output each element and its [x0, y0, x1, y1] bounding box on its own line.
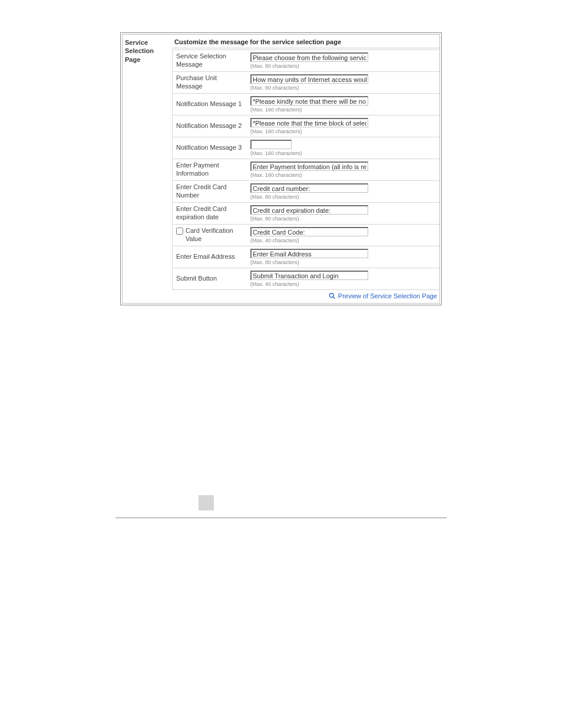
panel-outer: Service Selection Page Customize the mes… [120, 32, 442, 305]
section-title: Service Selection Page [123, 35, 172, 303]
row-enter-payment-info: Enter Payment Information (Max. 160 char… [173, 159, 439, 181]
preview-link-text: Preview of Service Selection Page [338, 292, 437, 299]
label-service-selection-message: Service Selection Message [173, 50, 247, 71]
hint-notification-message-2: (Max. 160 characters) [250, 129, 436, 134]
hint-purchase-unit-message: (Max. 80 characters) [250, 85, 436, 91]
hint-enter-cc-number: (Max. 80 characters) [250, 194, 436, 200]
input-enter-cc-number[interactable] [250, 183, 368, 193]
label-notification-message-1: Notification Message 1 [173, 94, 247, 115]
hint-service-selection-message: (Max. 80 characters) [250, 63, 436, 69]
right-column: Customize the message for the service se… [172, 35, 439, 303]
input-card-verification-value[interactable] [250, 227, 368, 236]
hint-notification-message-1: (Max. 160 characters) [250, 107, 436, 113]
label-cvv-text: Card Verification Value [186, 227, 243, 243]
label-submit-button: Submit Button [173, 268, 247, 289]
input-purchase-unit-message[interactable] [250, 74, 368, 84]
settings-table: Service Selection Message (Max. 80 chara… [172, 50, 439, 290]
row-card-verification-value: Card Verification Value (Max. 40 charact… [173, 225, 439, 246]
input-notification-message-1[interactable] [250, 96, 368, 106]
hint-notification-message-3: (Max. 160 characters) [250, 150, 436, 156]
input-notification-message-2[interactable] [250, 118, 368, 127]
section-header: Customize the message for the service se… [172, 35, 439, 48]
magnifier-icon [329, 292, 336, 299]
label-enter-payment-info: Enter Payment Information [173, 159, 247, 180]
footer-block [199, 495, 214, 510]
input-enter-payment-info[interactable] [250, 162, 368, 171]
input-submit-button[interactable] [250, 271, 368, 280]
input-enter-email-address[interactable] [250, 249, 368, 258]
row-service-selection-message: Service Selection Message (Max. 80 chara… [173, 50, 439, 72]
row-purchase-unit-message: Purchase Unit Message (Max. 80 character… [173, 72, 439, 94]
preview-link[interactable]: Preview of Service Selection Page [329, 292, 437, 299]
row-enter-email-address: Enter Email Address (Max. 80 characters) [173, 246, 439, 268]
label-card-verification-value: Card Verification Value [173, 225, 247, 246]
hint-enter-cc-expiration: (Max. 80 characters) [250, 216, 436, 222]
hint-card-verification-value: (Max. 40 characters) [250, 238, 436, 243]
label-enter-email-address: Enter Email Address [173, 246, 247, 268]
svg-line-1 [333, 297, 335, 299]
label-notification-message-3: Notification Message 3 [173, 137, 247, 159]
service-selection-panel: Service Selection Page Customize the mes… [122, 34, 440, 304]
label-enter-cc-number: Enter Credit Card Number [173, 181, 247, 202]
preview-row: Preview of Service Selection Page [172, 290, 439, 303]
row-submit-button: Submit Button (Max. 40 characters) [173, 268, 439, 290]
input-enter-cc-expiration[interactable] [250, 205, 368, 215]
row-enter-cc-expiration: Enter Credit Card expiration date (Max. … [173, 203, 439, 225]
row-enter-cc-number: Enter Credit Card Number (Max. 80 charac… [173, 181, 439, 203]
label-notification-message-2: Notification Message 2 [173, 116, 247, 137]
svg-point-0 [329, 294, 333, 298]
checkbox-card-verification-value[interactable] [176, 228, 183, 235]
hint-enter-email-address: (Max. 80 characters) [250, 259, 436, 265]
label-purchase-unit-message: Purchase Unit Message [173, 72, 247, 93]
footer-rule [115, 518, 447, 518]
hint-submit-button: (Max. 40 characters) [250, 281, 436, 287]
row-notification-message-1: Notification Message 1 (Max. 160 charact… [173, 94, 439, 116]
row-notification-message-3: Notification Message 3 (Max. 160 charact… [173, 137, 439, 159]
input-service-selection-message[interactable] [250, 52, 368, 62]
input-notification-message-3[interactable] [250, 140, 292, 149]
hint-enter-payment-info: (Max. 160 characters) [250, 172, 436, 178]
row-notification-message-2: Notification Message 2 (Max. 160 charact… [173, 116, 439, 137]
label-enter-cc-expiration: Enter Credit Card expiration date [173, 203, 247, 224]
